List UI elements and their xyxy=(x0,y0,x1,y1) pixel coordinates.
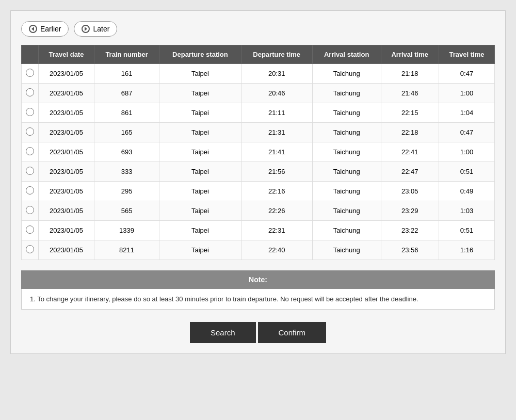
radio-cell xyxy=(22,162,39,182)
col-train-number: Train number xyxy=(94,45,159,64)
radio-cell xyxy=(22,240,39,260)
arrival-time: 23:29 xyxy=(381,201,439,221)
arrival-time: 22:18 xyxy=(381,123,439,142)
confirm-button[interactable]: Confirm xyxy=(258,322,327,343)
radio-cell xyxy=(22,182,39,201)
departure-station: Taipei xyxy=(159,221,241,240)
later-label: Later xyxy=(93,25,109,33)
travel-date: 2023/01/05 xyxy=(39,84,94,103)
later-button[interactable]: Later xyxy=(74,21,117,37)
radio-cell xyxy=(22,103,39,123)
col-select xyxy=(22,45,39,64)
travel-date: 2023/01/05 xyxy=(39,182,94,201)
arrival-time: 23:05 xyxy=(381,182,439,201)
arrival-station: Taichung xyxy=(312,182,381,201)
departure-time: 21:11 xyxy=(241,103,312,123)
arrival-time: 21:18 xyxy=(381,64,439,84)
travel-time: 1:03 xyxy=(439,201,495,221)
travel-time: 0:51 xyxy=(439,162,495,182)
departure-station: Taipei xyxy=(159,182,241,201)
departure-time: 22:40 xyxy=(241,240,312,260)
arrival-station: Taichung xyxy=(312,64,381,84)
top-navigation: Earlier Later xyxy=(21,21,495,37)
train-number: 165 xyxy=(94,123,159,142)
table-row: 2023/01/05333Taipei21:56Taichung22:470:5… xyxy=(22,162,495,182)
departure-station: Taipei xyxy=(159,162,241,182)
radio-cell xyxy=(22,123,39,142)
earlier-button[interactable]: Earlier xyxy=(21,21,69,37)
train-select-radio[interactable] xyxy=(26,88,34,96)
train-select-radio[interactable] xyxy=(26,206,34,214)
note-item-1: 1. To change your itinerary, please do s… xyxy=(30,295,486,303)
radio-cell xyxy=(22,84,39,103)
train-select-radio[interactable] xyxy=(26,108,34,116)
arrival-station: Taichung xyxy=(312,201,381,221)
departure-station: Taipei xyxy=(159,103,241,123)
travel-time: 0:47 xyxy=(439,64,495,84)
earlier-label: Earlier xyxy=(40,25,61,33)
page-container: Earlier Later Travel date Train number D… xyxy=(10,10,506,354)
departure-station: Taipei xyxy=(159,84,241,103)
arrival-time: 22:15 xyxy=(381,103,439,123)
table-row: 2023/01/05687Taipei20:46Taichung21:461:0… xyxy=(22,84,495,103)
train-select-radio[interactable] xyxy=(26,147,34,155)
train-number: 333 xyxy=(94,162,159,182)
table-row: 2023/01/05565Taipei22:26Taichung23:291:0… xyxy=(22,201,495,221)
search-button[interactable]: Search xyxy=(190,322,256,343)
note-header: Note: xyxy=(21,270,495,289)
departure-time: 22:26 xyxy=(241,201,312,221)
arrival-time: 23:56 xyxy=(381,240,439,260)
arrival-time: 22:47 xyxy=(381,162,439,182)
travel-time: 0:47 xyxy=(439,123,495,142)
bottom-buttons: Search Confirm xyxy=(21,322,495,343)
train-select-radio[interactable] xyxy=(26,167,34,175)
radio-cell xyxy=(22,201,39,221)
train-number: 687 xyxy=(94,84,159,103)
col-arrival-station: Arrival station xyxy=(312,45,381,64)
train-number: 161 xyxy=(94,64,159,84)
train-number: 565 xyxy=(94,201,159,221)
travel-date: 2023/01/05 xyxy=(39,221,94,240)
table-row: 2023/01/05165Taipei21:31Taichung22:180:4… xyxy=(22,123,495,142)
travel-time: 1:16 xyxy=(439,240,495,260)
col-departure-station: Departure station xyxy=(159,45,241,64)
col-travel-date: Travel date xyxy=(39,45,94,64)
travel-time: 1:00 xyxy=(439,142,495,162)
table-row: 2023/01/05295Taipei22:16Taichung23:050:4… xyxy=(22,182,495,201)
departure-station: Taipei xyxy=(159,201,241,221)
later-icon xyxy=(82,25,90,33)
train-select-radio[interactable] xyxy=(26,245,34,253)
departure-time: 20:46 xyxy=(241,84,312,103)
departure-time: 22:31 xyxy=(241,221,312,240)
travel-date: 2023/01/05 xyxy=(39,162,94,182)
travel-time: 1:04 xyxy=(439,103,495,123)
train-select-radio[interactable] xyxy=(26,127,34,136)
train-select-radio[interactable] xyxy=(26,69,34,77)
arrival-station: Taichung xyxy=(312,103,381,123)
train-number: 295 xyxy=(94,182,159,201)
departure-station: Taipei xyxy=(159,123,241,142)
departure-station: Taipei xyxy=(159,142,241,162)
train-number: 861 xyxy=(94,103,159,123)
departure-time: 21:41 xyxy=(241,142,312,162)
travel-time: 1:00 xyxy=(439,84,495,103)
train-number: 693 xyxy=(94,142,159,162)
travel-date: 2023/01/05 xyxy=(39,123,94,142)
departure-time: 21:31 xyxy=(241,123,312,142)
train-select-radio[interactable] xyxy=(26,225,34,234)
arrival-station: Taichung xyxy=(312,240,381,260)
train-select-radio[interactable] xyxy=(26,186,34,195)
departure-time: 21:56 xyxy=(241,162,312,182)
note-body: 1. To change your itinerary, please do s… xyxy=(21,289,495,310)
col-travel-time: Travel time xyxy=(439,45,495,64)
arrival-time: 23:22 xyxy=(381,221,439,240)
departure-time: 22:16 xyxy=(241,182,312,201)
travel-date: 2023/01/05 xyxy=(39,103,94,123)
train-number: 1339 xyxy=(94,221,159,240)
radio-cell xyxy=(22,142,39,162)
col-departure-time: Departure time xyxy=(241,45,312,64)
col-arrival-time: Arrival time xyxy=(381,45,439,64)
table-row: 2023/01/05161Taipei20:31Taichung21:180:4… xyxy=(22,64,495,84)
departure-time: 20:31 xyxy=(241,64,312,84)
train-schedule-table: Travel date Train number Departure stati… xyxy=(21,45,495,260)
